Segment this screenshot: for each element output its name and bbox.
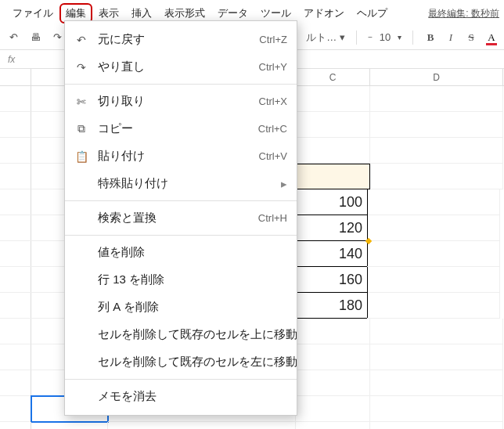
menu-addon[interactable]: アドオン bbox=[297, 3, 351, 23]
undo-icon[interactable]: ↶ bbox=[6, 31, 20, 43]
dd-copy-label: コピー bbox=[98, 121, 249, 136]
dd-cut[interactable]: ✄ 切り取り Ctrl+X bbox=[65, 88, 297, 115]
font-size-inc-icon[interactable]: ▾ bbox=[398, 33, 401, 41]
dd-delete-values[interactable]: 値を削除 bbox=[65, 239, 297, 266]
dd-paste[interactable]: 📋 貼り付け Ctrl+V bbox=[65, 142, 297, 170]
dd-paste-special[interactable]: 特殊貼り付け ▸ bbox=[65, 170, 297, 197]
font-size-dec-icon[interactable]: − bbox=[368, 33, 373, 41]
redo-icon[interactable]: ↷ bbox=[50, 31, 64, 43]
font-size-value: 10 bbox=[377, 31, 393, 43]
dd-redo-label: やり直し bbox=[98, 59, 250, 74]
chevron-down-icon: ▾ bbox=[340, 31, 345, 43]
dd-paste-label: 貼り付け bbox=[98, 149, 250, 164]
cut-icon: ✄ bbox=[74, 96, 88, 108]
toolbar-default-dropdown[interactable]: ルト… ▾ bbox=[306, 31, 345, 45]
cell-c-top[interactable] bbox=[296, 164, 370, 189]
bold-button[interactable]: B bbox=[424, 31, 437, 44]
edit-dropdown: ↶ 元に戻す Ctrl+Z ↷ やり直し Ctrl+Y ✄ 切り取り Ctrl+… bbox=[64, 20, 297, 416]
dd-paste-shortcut: Ctrl+V bbox=[259, 150, 287, 162]
dd-clear-notes[interactable]: メモを消去 bbox=[65, 383, 297, 410]
dd-delleft-label: セルを削除して既存のセルを左に移動 bbox=[98, 355, 297, 370]
strike-button[interactable]: S bbox=[465, 31, 477, 44]
print-icon[interactable]: 🖶 bbox=[28, 31, 42, 43]
cell-c-4[interactable]: 160 bbox=[293, 266, 368, 293]
dd-find-shortcut: Ctrl+H bbox=[258, 212, 287, 224]
menu-file[interactable]: ファイル bbox=[6, 3, 59, 23]
menu-help[interactable]: ヘルプ bbox=[351, 3, 394, 23]
dd-undo-label: 元に戻す bbox=[98, 32, 250, 47]
last-edit-label[interactable]: 最終編集: 数秒前 bbox=[428, 7, 499, 20]
italic-button[interactable]: I bbox=[445, 31, 457, 44]
dd-cut-label: 切り取り bbox=[98, 94, 250, 109]
dd-find-replace[interactable]: 検索と置換 Ctrl+H bbox=[65, 204, 297, 232]
paste-icon: 📋 bbox=[74, 150, 88, 163]
dd-delete-row[interactable]: 行 13 を削除 bbox=[65, 266, 297, 294]
dd-memo-label: メモを消去 bbox=[98, 389, 287, 404]
cell-c-1[interactable]: 100 bbox=[293, 189, 368, 215]
col-header-c[interactable]: C bbox=[296, 69, 370, 85]
font-size[interactable]: − 10 ▾ bbox=[368, 31, 401, 43]
redo-icon: ↷ bbox=[74, 61, 88, 74]
dd-delete-col[interactable]: 列 A を削除 bbox=[65, 294, 297, 321]
submenu-arrow-icon: ▸ bbox=[281, 177, 287, 191]
dd-copy-shortcut: Ctrl+C bbox=[258, 123, 287, 135]
dd-delval-label: 値を削除 bbox=[98, 245, 287, 260]
copy-icon: ⧉ bbox=[74, 122, 88, 135]
fx-icon: fx bbox=[0, 54, 23, 65]
text-color-button[interactable]: A bbox=[485, 31, 498, 44]
dd-cut-shortcut: Ctrl+X bbox=[259, 96, 287, 107]
dd-delrow-label: 行 13 を削除 bbox=[98, 272, 287, 287]
col-header-d[interactable]: D bbox=[370, 69, 503, 85]
select-all-corner[interactable] bbox=[0, 69, 31, 85]
default-drop-label: ルト… bbox=[306, 31, 337, 45]
cell-c-2[interactable]: 120 bbox=[293, 214, 368, 241]
dd-delete-shift-left[interactable]: セルを削除して既存のセルを左に移動 bbox=[65, 348, 297, 376]
dd-redo[interactable]: ↷ やり直し Ctrl+Y bbox=[65, 53, 297, 81]
dd-delcol-label: 列 A を削除 bbox=[98, 300, 287, 315]
dd-find-label: 検索と置換 bbox=[98, 211, 249, 225]
dd-undo-shortcut: Ctrl+Z bbox=[259, 34, 287, 45]
cell-c-3[interactable]: 140 bbox=[293, 240, 368, 267]
dd-paste-sp-label: 特殊貼り付け bbox=[98, 176, 272, 191]
undo-icon: ↶ bbox=[74, 34, 88, 46]
dd-delup-label: セルを削除して既存のセルを上に移動 bbox=[98, 327, 297, 342]
dd-redo-shortcut: Ctrl+Y bbox=[259, 61, 287, 73]
cell-c-5[interactable]: 180 bbox=[293, 292, 368, 319]
dd-copy[interactable]: ⧉ コピー Ctrl+C bbox=[65, 115, 297, 142]
dd-delete-shift-up[interactable]: セルを削除して既存のセルを上に移動 bbox=[65, 321, 297, 348]
dd-undo[interactable]: ↶ 元に戻す Ctrl+Z bbox=[65, 26, 297, 53]
